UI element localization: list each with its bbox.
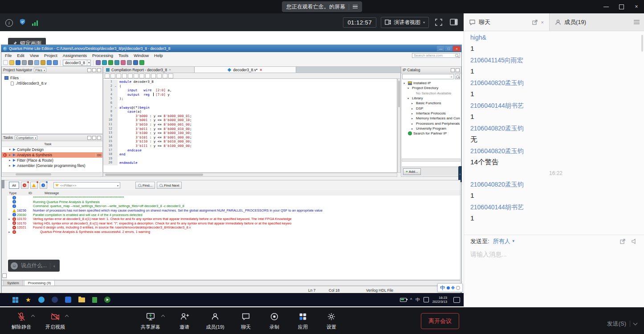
filter-info-button[interactable]: i <box>40 182 47 189</box>
action-center-icon[interactable] <box>453 297 460 303</box>
popout-icon[interactable] <box>532 20 538 25</box>
find-button[interactable]: Find... <box>135 182 155 189</box>
control-share-screen[interactable]: 共享屏幕 <box>133 310 168 331</box>
ip-tree-item[interactable]: ▸Memory Interfaces and Con <box>402 116 461 121</box>
code-line[interactable]: 19 <box>103 157 397 161</box>
chevron-right-icon[interactable]: ▸ <box>412 107 415 110</box>
chevron-right-icon[interactable]: ▸ <box>8 153 12 157</box>
collapse-left-icon[interactable]: ‹ <box>53 263 55 269</box>
security-shield-icon[interactable] <box>19 18 26 27</box>
quartus-maximize-button[interactable]: □ <box>445 46 452 51</box>
close-icon[interactable] <box>4 180 4 188</box>
code-line[interactable]: 2−( <box>103 84 397 89</box>
filter-warnings-button[interactable] <box>30 182 38 189</box>
ime-mode-icon[interactable] <box>447 286 450 289</box>
quick-chat-overlay[interactable]: ☺ 说点什么... ‹ <box>8 260 60 272</box>
code-line[interactable]: 17 endcase <box>103 148 397 153</box>
control-apps[interactable]: 应用 <box>290 310 315 331</box>
task-row[interactable]: ×▸Analysis & Synthesis00 <box>2 152 102 158</box>
file-explorer-icon[interactable] <box>78 297 85 302</box>
dock-icon[interactable] <box>92 68 96 72</box>
start-button[interactable] <box>12 297 18 303</box>
menu-assignments[interactable]: Assignments <box>60 53 90 58</box>
analyze-icon[interactable] <box>168 73 173 78</box>
ime-toolbar[interactable]: 中 <box>437 283 463 292</box>
quartus-close-button[interactable]: × <box>453 46 461 51</box>
close-button[interactable]: × <box>629 0 644 13</box>
ip-search-button[interactable] <box>455 74 460 79</box>
code-line[interactable]: 11 3'b010 : y <= 8'b000_001_00; <box>103 122 397 127</box>
message-row[interactable]: ×12021Found 0 design units, including 0 … <box>7 225 460 230</box>
notepad-app-icon[interactable] <box>92 297 97 303</box>
chat-scrollbar[interactable] <box>641 35 643 52</box>
emoji-icon[interactable]: ☺ <box>11 262 18 269</box>
menu-window[interactable]: Window <box>131 53 151 58</box>
tasks-mode-combo[interactable]: Compilation▾ <box>15 135 38 140</box>
start-compilation-icon[interactable] <box>108 60 113 65</box>
message-row[interactable]: i***************************************… <box>7 196 460 200</box>
message-filter-input[interactable]: <<Filter>> ▾ <box>53 182 120 188</box>
chevron-up-icon[interactable] <box>65 315 69 318</box>
navigator-mode-combo[interactable]: Files▾ <box>34 68 46 72</box>
code-line[interactable]: 15 3'b110 : y <= 8'b010_000_00; <box>103 139 397 144</box>
assignments-icon[interactable] <box>96 60 101 65</box>
control-invite[interactable]: 邀请 <box>172 310 197 331</box>
save-icon[interactable] <box>16 60 20 65</box>
eda-netlist-icon[interactable] <box>127 60 132 65</box>
side-panel-button[interactable] <box>448 17 459 28</box>
code-line[interactable]: 3 input wire [2:0] a, <box>103 88 397 93</box>
menu-help[interactable]: Help <box>151 53 166 58</box>
cut-icon[interactable] <box>116 73 121 78</box>
code-line[interactable]: 8 case(a) <box>103 110 397 114</box>
rtl-viewer-icon[interactable] <box>139 60 144 65</box>
control-settings[interactable]: 设置 <box>319 310 344 331</box>
video-player-icon[interactable] <box>104 297 110 303</box>
timing-analyzer-icon[interactable] <box>121 60 126 65</box>
close-tab-icon[interactable]: × <box>260 68 262 72</box>
save-icon[interactable] <box>105 73 110 78</box>
copy-icon[interactable] <box>34 60 39 65</box>
search-panel-icon[interactable] <box>87 68 91 72</box>
menu-edit[interactable]: Edit <box>14 53 27 58</box>
new-file-icon[interactable] <box>3 60 8 65</box>
code-line[interactable]: 13 3'b100 : y <= 8'b000_100_00; <box>103 131 397 135</box>
chevron-up-icon[interactable] <box>31 315 35 318</box>
tray-ime-indicator[interactable]: 中 <box>416 297 420 303</box>
close-icon[interactable] <box>97 136 101 140</box>
chat-menu-button[interactable] <box>629 13 644 31</box>
chevron-right-icon[interactable]: ▸ <box>412 102 415 105</box>
menu-view[interactable]: View <box>27 53 41 58</box>
analysis-synthesis-icon[interactable] <box>114 60 119 65</box>
code-line[interactable]: 12 3'b011 : y <= 8'b000_010_00; <box>103 127 397 131</box>
control-members[interactable]: 成员(19) <box>200 310 230 331</box>
find-next-button[interactable]: Find Next <box>157 182 182 189</box>
print-icon[interactable] <box>22 60 27 65</box>
meeting-info-icon[interactable]: i <box>5 19 13 27</box>
quartus-search-box[interactable]: Search altera.com <box>412 53 460 58</box>
close-icon[interactable] <box>456 68 460 72</box>
message-row[interactable]: iCommand: quartus_map --read_settings_fi… <box>7 204 460 208</box>
bookmark-icon[interactable] <box>157 73 162 78</box>
message-row[interactable]: 18236Number of processors has not been s… <box>7 208 460 213</box>
code-line[interactable]: 14 3'b101 : y <= 8'b001_000_00; <box>103 135 397 140</box>
task-row[interactable]: ▸Fitter (Place & Route) <box>2 158 102 163</box>
code-line[interactable]: 18end <box>103 152 397 157</box>
ip-tree-item[interactable]: ▸DSP <box>402 106 461 110</box>
filter-all-button[interactable]: All <box>9 182 19 189</box>
maximize-button[interactable] <box>614 0 629 13</box>
message-row[interactable]: i20030Parallel compilation is enabled an… <box>7 212 460 217</box>
paste-icon[interactable] <box>41 60 45 65</box>
paste-icon[interactable] <box>128 73 133 78</box>
tab-compilation-report[interactable]: Compilation Report - decoder3_8 × <box>103 67 195 73</box>
chevron-down-icon[interactable]: ▾ <box>408 97 411 100</box>
chevron-right-icon[interactable]: ▸ <box>8 164 12 167</box>
files-root-node[interactable]: Files <box>2 75 102 81</box>
ip-search-input[interactable]: × <box>402 74 454 79</box>
control-record[interactable]: 录制 <box>262 310 287 331</box>
view-mode-select[interactable]: 演讲者视图 ▾ <box>381 17 429 28</box>
code-line[interactable]: 6 <box>103 101 397 106</box>
undo-icon[interactable] <box>47 60 52 65</box>
ime-language-indicator[interactable]: 中 <box>440 285 445 291</box>
dock-icon[interactable] <box>92 136 96 140</box>
replace-icon[interactable] <box>151 73 156 78</box>
